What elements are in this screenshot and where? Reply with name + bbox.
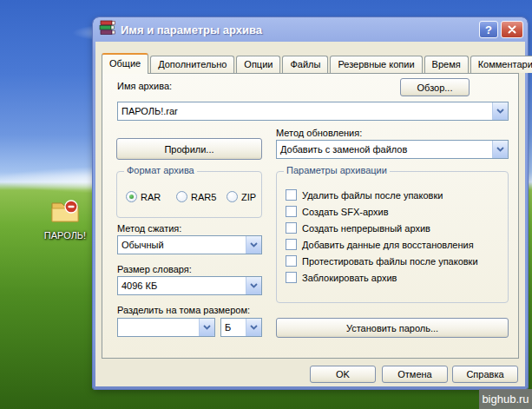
chevron-down-icon[interactable] [492, 102, 508, 120]
checkbox-label: Протестировать файлы после упаковки [302, 256, 478, 267]
titlebar[interactable]: Имя и параметры архива ? [93, 17, 528, 42]
help-button[interactable]: Справка [452, 366, 518, 383]
compression-method-combobox[interactable]: Обычный [117, 235, 262, 254]
dialog-client-area: Общие Дополнительно Опции Файлы Резервны… [95, 42, 525, 386]
radio-zip[interactable]: ZIP [227, 191, 256, 202]
split-volumes-label: Разделить на тома размером: [117, 305, 250, 315]
archive-name-value: ПАРОЛЬ!.rar [118, 106, 492, 116]
checkbox-label: Создать непрерывный архив [302, 223, 430, 234]
winrar-books-icon [99, 20, 116, 39]
chevron-down-icon[interactable] [246, 277, 261, 294]
dictionary-size-combobox[interactable]: 4096 КБ [117, 276, 262, 295]
cancel-button[interactable]: Отмена [382, 366, 448, 383]
tab-time[interactable]: Время [424, 56, 469, 73]
tab-backup[interactable]: Резервные копии [330, 56, 422, 73]
compression-method-value: Обычный [118, 240, 246, 250]
chevron-down-icon[interactable] [492, 141, 508, 158]
close-button[interactable] [501, 21, 523, 38]
checkbox-label: Добавить данные для восстановления [302, 240, 474, 250]
window-title: Имя и параметры архива [121, 23, 476, 36]
browse-button[interactable]: Обзор... [400, 78, 470, 96]
checkbox-label: Заблокировать архив [302, 273, 397, 283]
tab-options[interactable]: Опции [236, 56, 280, 73]
radio-unselected-icon [176, 191, 187, 202]
chevron-down-icon[interactable] [199, 319, 214, 336]
archiving-options-group-title: Параметры архивации [284, 165, 390, 175]
compression-method-label: Метод сжатия: [117, 223, 181, 234]
tab-advanced[interactable]: Дополнительно [150, 56, 234, 73]
radio-selected-icon [126, 191, 137, 202]
titlebar-help-button[interactable]: ? [479, 21, 498, 38]
dictionary-size-label: Размер словаря: [117, 264, 192, 274]
tab-general[interactable]: Общие [102, 53, 148, 74]
radio-unselected-icon [227, 191, 238, 202]
desktop-background: ПАРОЛЬ! Имя и параметры архива ? [0, 0, 532, 409]
checkbox-test-files-after-packing[interactable]: Протестировать файлы после упаковки [286, 255, 478, 267]
tab-comment[interactable]: Комментарий [470, 56, 532, 73]
close-icon [508, 25, 516, 34]
radio-rar5[interactable]: RAR5 [176, 191, 216, 202]
update-method-combobox[interactable]: Добавить с заменой файлов [276, 140, 509, 159]
checkbox-create-sfx-archive[interactable]: Создать SFX-архив [286, 206, 389, 217]
archive-parameters-dialog: Имя и параметры архива ? Общие Дополните… [93, 17, 528, 389]
checkbox-lock-archive[interactable]: Заблокировать архив [286, 272, 397, 283]
radio-rar[interactable]: RAR [126, 191, 161, 202]
checkbox-unchecked-icon [286, 189, 297, 201]
archive-format-group: Формат архива RAR RAR5 ZIP [116, 171, 262, 218]
checkbox-create-solid-archive[interactable]: Создать непрерывный архив [286, 222, 430, 234]
profiles-button[interactable]: Профили... [116, 138, 262, 160]
checkbox-delete-files-after-packing[interactable]: Удалить файлы после упаковки [286, 189, 443, 201]
checkbox-label: Создать SFX-архив [302, 207, 389, 217]
general-tab-page: Имя архива: Обзор... ПАРОЛЬ!.rar Профили… [102, 73, 519, 359]
checkbox-label: Удалить файлы после упаковки [302, 190, 443, 201]
radio-rar-label: RAR [141, 192, 161, 202]
checkbox-unchecked-icon [286, 239, 297, 250]
chevron-down-icon[interactable] [246, 236, 261, 254]
archiving-options-group: Параметры архивации Удалить файлы после … [276, 171, 509, 303]
archive-format-group-title: Формат архива [124, 165, 197, 175]
archive-name-combobox[interactable]: ПАРОЛЬ!.rar [117, 102, 509, 121]
checkbox-unchecked-icon [286, 222, 297, 234]
set-password-button[interactable]: Установить пароль... [276, 318, 509, 338]
tab-files[interactable]: Файлы [282, 56, 328, 73]
checkbox-add-recovery-record[interactable]: Добавить данные для восстановления [286, 239, 474, 250]
checkbox-unchecked-icon [286, 206, 297, 217]
volume-unit-value: Б [221, 322, 246, 333]
watermark: bighub.ru [479, 389, 532, 409]
radio-zip-label: ZIP [241, 192, 256, 202]
checkbox-unchecked-icon [286, 272, 297, 283]
volume-unit-combobox[interactable]: Б [220, 318, 262, 337]
folder-blocked-icon [49, 197, 81, 228]
archive-name-label: Имя архива: [117, 81, 172, 91]
update-method-label: Метод обновления: [276, 128, 362, 138]
radio-rar5-label: RAR5 [191, 192, 216, 202]
dictionary-size-value: 4096 КБ [118, 280, 246, 291]
ok-button[interactable]: OK [310, 366, 376, 383]
tab-strip: Общие Дополнительно Опции Файлы Резервны… [102, 54, 532, 73]
update-method-value: Добавить с заменой файлов [277, 144, 492, 155]
volume-size-combobox[interactable] [117, 318, 215, 337]
chevron-down-icon[interactable] [246, 319, 261, 336]
checkbox-unchecked-icon [286, 255, 297, 267]
